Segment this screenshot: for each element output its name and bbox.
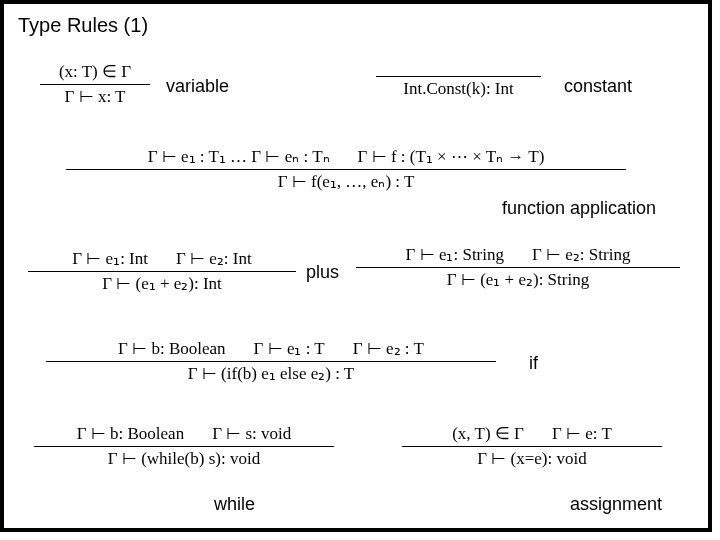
rule-function-application: Γ ⊢ e₁ : T₁ … Γ ⊢ eₙ : TₙΓ ⊢ f : (T₁ × ⋯… (66, 147, 626, 191)
slide-frame: Type Rules (1) (x: T) ∈ Γ Γ ⊢ x: T varia… (0, 0, 712, 532)
label-plus: plus (306, 262, 339, 283)
page-title: Type Rules (1) (18, 14, 694, 37)
label-variable: variable (166, 76, 229, 97)
rule-plus-string: Γ ⊢ e₁: StringΓ ⊢ e₂: String Γ ⊢ (e₁ + e… (356, 245, 680, 289)
label-constant: constant (564, 76, 632, 97)
rule-if: Γ ⊢ b: BooleanΓ ⊢ e₁ : TΓ ⊢ e₂ : T Γ ⊢ (… (46, 339, 496, 383)
rule-while: Γ ⊢ b: BooleanΓ ⊢ s: void Γ ⊢ (while(b) … (34, 424, 334, 468)
label-while: while (214, 494, 255, 515)
rule-plus-int: Γ ⊢ e₁: IntΓ ⊢ e₂: Int Γ ⊢ (e₁ + e₂): In… (28, 249, 296, 293)
label-function-application: function application (502, 198, 656, 219)
rule-constant: Int.Const(k): Int (376, 70, 541, 99)
rule-variable: (x: T) ∈ Γ Γ ⊢ x: T (40, 62, 150, 106)
label-if: if (529, 353, 538, 374)
label-assignment: assignment (570, 494, 662, 515)
rule-assignment: (x, T) ∈ ΓΓ ⊢ e: T Γ ⊢ (x=e): void (402, 424, 662, 468)
